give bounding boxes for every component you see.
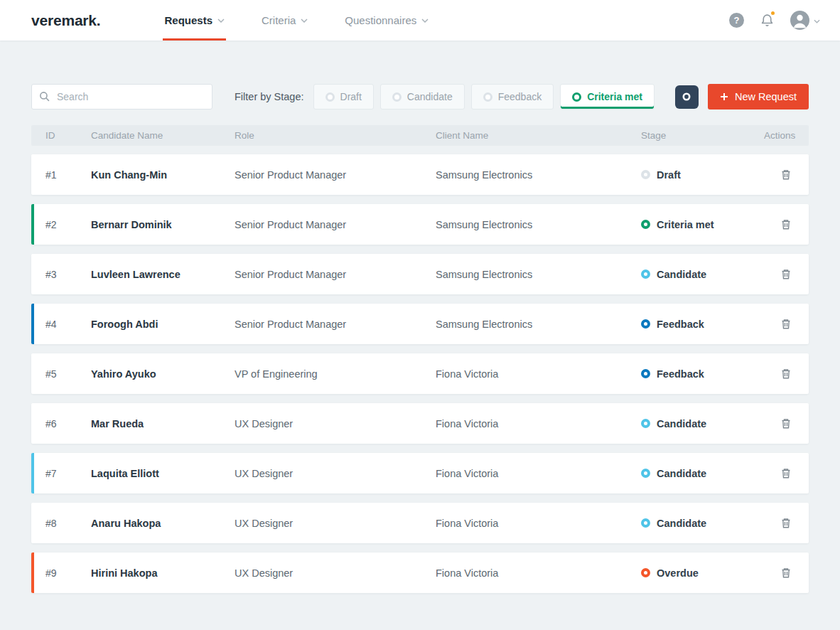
chevron-down-icon	[301, 18, 308, 23]
main-nav: Requests Criteria Questionnaires	[163, 0, 464, 41]
stage-badge: Feedback	[641, 368, 764, 380]
search-input[interactable]	[31, 84, 212, 110]
row-id: #2	[31, 219, 91, 230]
nav-item-requests[interactable]: Requests	[163, 0, 226, 41]
candidate-role: VP of Engineering	[235, 368, 436, 380]
table-row[interactable]: #2 Bernarr Dominik Senior Product Manage…	[31, 204, 809, 245]
delete-button[interactable]	[780, 169, 792, 181]
row-actions	[764, 318, 809, 330]
table-row[interactable]: #5 Yahiro Ayuko VP of Engineering Fiona …	[31, 353, 809, 394]
row-accent	[31, 453, 34, 493]
table-row[interactable]: #4 Foroogh Abdi Senior Product Manager S…	[31, 304, 809, 344]
candidate-name: Anaru Hakopa	[91, 518, 235, 529]
delete-button[interactable]	[780, 517, 792, 529]
nav-item-label: Criteria	[262, 14, 296, 26]
row-actions	[764, 368, 809, 380]
new-request-label: New Request	[735, 91, 797, 102]
client-name: Fiona Victoria	[436, 418, 641, 429]
help-icon[interactable]: ?	[729, 13, 744, 28]
delete-button[interactable]	[780, 268, 792, 280]
row-id: #5	[31, 368, 91, 380]
row-id: #6	[31, 418, 91, 429]
search-box	[31, 84, 212, 110]
stage-dot	[641, 369, 650, 378]
avatar	[790, 11, 809, 30]
column-header-role: Role	[235, 130, 436, 141]
delete-button[interactable]	[780, 467, 792, 479]
search-icon	[38, 90, 50, 105]
row-actions	[764, 567, 809, 579]
filter-chip-label: Draft	[340, 91, 362, 102]
table-row[interactable]: #9 Hirini Hakopa UX Designer Fiona Victo…	[31, 552, 809, 593]
requests-table: ID Candidate Name Role Client Name Stage…	[31, 125, 809, 593]
stage-dot	[641, 568, 650, 577]
stage-dot	[641, 419, 650, 428]
column-header-stage: Stage	[641, 130, 764, 141]
stage-dot	[325, 92, 335, 102]
table-row[interactable]: #3 Luvleen Lawrence Senior Product Manag…	[31, 254, 809, 294]
candidate-role: UX Designer	[235, 518, 436, 529]
column-header-actions: Actions	[764, 130, 809, 141]
row-accent	[31, 304, 34, 344]
stage-label: Draft	[657, 169, 681, 181]
row-actions	[764, 169, 809, 181]
delete-button[interactable]	[780, 318, 792, 330]
row-id: #3	[31, 269, 91, 280]
candidate-name: Laquita Elliott	[91, 468, 235, 479]
nav-item-questionnaires[interactable]: Questionnaires	[343, 0, 430, 41]
stage-badge: Overdue	[641, 567, 764, 579]
delete-button[interactable]	[780, 567, 792, 579]
stage-label: Candidate	[657, 518, 706, 529]
filter-chip-label: Feedback	[498, 91, 542, 102]
candidate-role: UX Designer	[235, 418, 436, 429]
notifications-bell-icon[interactable]	[760, 13, 775, 28]
delete-button[interactable]	[780, 417, 792, 429]
delete-button[interactable]	[780, 218, 792, 230]
stage-dot	[572, 92, 581, 102]
stage-badge: Feedback	[641, 319, 764, 330]
client-name: Samsung Electronics	[436, 169, 641, 181]
nav-item-criteria[interactable]: Criteria	[260, 0, 309, 41]
table-row[interactable]: #1 Kun Chang-Min Senior Product Manager …	[31, 154, 809, 195]
toolbar: Filter by Stage: Draft Candidate Feedbac…	[31, 84, 809, 110]
client-name: Fiona Victoria	[436, 567, 641, 579]
filter-chip-criteria-met[interactable]: Criteria met	[560, 84, 655, 110]
stage-label: Candidate	[657, 418, 706, 429]
row-accent	[31, 552, 34, 593]
user-menu-button[interactable]	[790, 11, 820, 30]
stage-dot	[641, 220, 650, 229]
filter-by-stage-label: Filter by Stage:	[235, 91, 304, 102]
stage-label: Criteria met	[657, 219, 714, 230]
row-id: #7	[31, 468, 91, 479]
client-name: Samsung Electronics	[436, 219, 641, 230]
stage-label: Feedback	[657, 368, 704, 380]
client-name: Fiona Victoria	[436, 468, 641, 479]
row-accent	[31, 204, 34, 245]
row-actions	[764, 517, 809, 529]
stage-legend-button[interactable]	[675, 85, 699, 109]
app-header: veremark. Requests Criteria Questionnair…	[0, 0, 840, 41]
circle-dot-icon	[681, 91, 692, 102]
candidate-role: UX Designer	[235, 468, 436, 479]
candidate-role: Senior Product Manager	[235, 269, 436, 280]
candidate-name: Foroogh Abdi	[91, 319, 235, 330]
delete-button[interactable]	[780, 368, 792, 380]
filter-chip-draft[interactable]: Draft	[313, 84, 374, 110]
table-row[interactable]: #8 Anaru Hakopa UX Designer Fiona Victor…	[31, 503, 809, 543]
filter-chip-label: Criteria met	[587, 91, 642, 102]
candidate-name: Luvleen Lawrence	[91, 269, 235, 280]
filter-chip-candidate[interactable]: Candidate	[380, 84, 465, 110]
client-name: Samsung Electronics	[436, 269, 641, 280]
new-request-button[interactable]: New Request	[708, 84, 809, 110]
row-id: #4	[31, 319, 91, 330]
stage-dot	[483, 92, 492, 102]
stage-dot	[641, 518, 650, 528]
stage-badge: Candidate	[641, 418, 764, 429]
table-row[interactable]: #7 Laquita Elliott UX Designer Fiona Vic…	[31, 453, 809, 493]
row-actions	[764, 268, 809, 280]
table-row[interactable]: #6 Mar Rueda UX Designer Fiona Victoria …	[31, 403, 809, 444]
nav-item-label: Requests	[164, 14, 212, 26]
filter-chip-feedback[interactable]: Feedback	[471, 84, 554, 110]
column-header-id: ID	[31, 130, 91, 141]
column-header-candidate: Candidate Name	[91, 130, 235, 141]
